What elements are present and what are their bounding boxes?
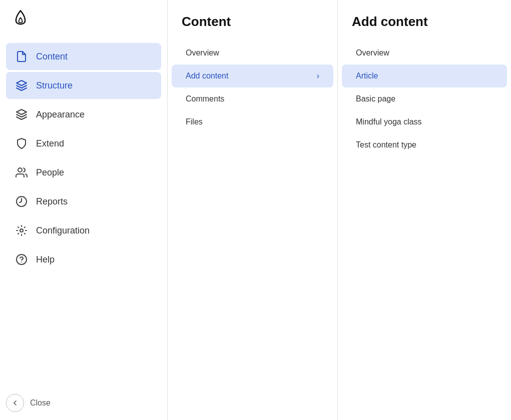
menu-item-add-content[interactable]: Add content › [172, 64, 333, 88]
chevron-right-icon: › [317, 72, 319, 80]
menu-item-overview[interactable]: Overview [172, 42, 333, 64]
content-panel-title: Content [168, 14, 337, 30]
sidebar-item-content[interactable]: Content [6, 43, 161, 70]
extend-icon [15, 137, 28, 150]
right-menu-item-label: Article [356, 72, 378, 80]
sidebar-item-label: Content [36, 52, 68, 62]
right-menu-item-basic-page[interactable]: Basic page [342, 88, 507, 110]
right-menu-item-mindful-yoga-class[interactable]: Mindful yoga class [342, 110, 507, 134]
add-content-panel: Add content Overview Article Basic page … [338, 0, 511, 420]
configuration-icon [15, 224, 28, 237]
sidebar-item-label: Help [36, 254, 55, 265]
right-menu-item-article[interactable]: Article [342, 64, 507, 88]
sidebar-item-extend[interactable]: Extend [6, 130, 161, 157]
right-menu-item-overview[interactable]: Overview [342, 42, 507, 64]
sidebar-item-people[interactable]: People [6, 159, 161, 186]
structure-icon [15, 79, 28, 92]
sidebar-item-label: People [36, 168, 64, 178]
logo [10, 10, 31, 31]
close-icon [6, 394, 24, 412]
reports-icon [15, 195, 28, 208]
content-icon [15, 50, 28, 63]
menu-item-comments[interactable]: Comments [172, 88, 333, 110]
svg-point-1 [18, 168, 22, 172]
sidebar-item-help[interactable]: Help [6, 246, 161, 273]
svg-marker-0 [17, 80, 27, 86]
people-icon [15, 166, 28, 179]
sidebar-item-label: Structure [36, 80, 73, 91]
sidebar-item-label: Extend [36, 138, 64, 149]
menu-item-label: Overview [186, 48, 219, 58]
right-menu-item-label: Mindful yoga class [356, 118, 422, 126]
sidebar-item-label: Reports [36, 196, 68, 207]
sidebar-item-configuration[interactable]: Configuration [6, 217, 161, 244]
right-menu-item-label: Overview [356, 48, 389, 58]
sidebar: Content Structure Appearance [0, 0, 168, 420]
right-menu-item-label: Basic page [356, 94, 395, 104]
svg-point-3 [20, 229, 23, 232]
sidebar-item-label: Appearance [36, 110, 85, 120]
menu-item-files[interactable]: Files [172, 110, 333, 134]
close-label: Close [30, 398, 51, 408]
right-menu-item-test-content-type[interactable]: Test content type [342, 134, 507, 156]
add-content-panel-title: Add content [338, 14, 511, 30]
appearance-icon [15, 108, 28, 121]
menu-item-label: Comments [186, 94, 224, 104]
sidebar-item-structure[interactable]: Structure [6, 72, 161, 99]
menu-item-label: Files [186, 118, 203, 126]
right-menu-item-label: Test content type [356, 140, 416, 150]
menu-item-label: Add content [186, 72, 228, 80]
help-icon [15, 253, 28, 266]
close-button[interactable]: Close [6, 386, 161, 420]
sidebar-item-appearance[interactable]: Appearance [6, 101, 161, 128]
content-panel: Content Overview Add content › Comments … [168, 0, 338, 420]
sidebar-item-label: Configuration [36, 226, 90, 236]
sidebar-item-reports[interactable]: Reports [6, 188, 161, 215]
